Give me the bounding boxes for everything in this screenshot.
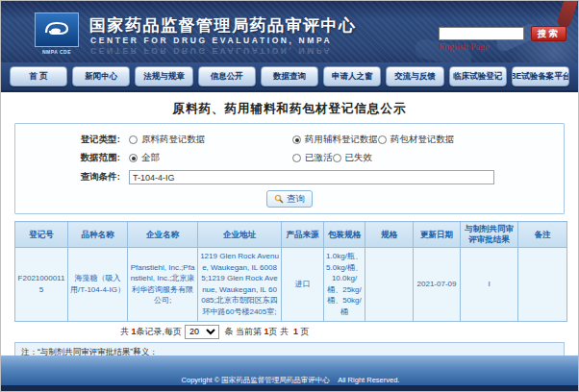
site-title: 国家药品监督管理局药品审评中心	[89, 14, 357, 37]
nav-tab-regulations[interactable]: 法规与规章	[135, 66, 192, 86]
radio-option-packaging[interactable]: 药包材登记数据	[378, 134, 455, 146]
pager-text: 条记录,每页	[137, 326, 183, 338]
reg-type-row: 登记类型: 原料药登记数据 药用辅料登记数据 药包材登记数据	[15, 134, 564, 146]
cell-joint-review-result: I	[461, 248, 518, 322]
nav-tab-clinical-trial[interactable]: 临床试验登记	[449, 66, 507, 86]
pager-text: 页	[298, 326, 310, 338]
query-submit-button[interactable]: 查询	[266, 190, 313, 208]
cell-packaging: 1.0kg/瓶、5.0kg/桶、10.0kg/桶、25kg/桶、50kg/桶	[324, 248, 365, 322]
col-header-company-address: 企业地址	[198, 222, 282, 248]
pager-text: 条 当前第	[222, 326, 264, 338]
data-scope-label: 数据范围:	[15, 152, 129, 164]
magnifier-icon	[274, 194, 284, 204]
footer-bottom-strip	[1, 385, 579, 391]
radio-option-active[interactable]: 已激活	[292, 152, 333, 164]
table-row: F20210000115 海藻糖（吸入用/T-104-4-IG） Pfansti…	[15, 248, 567, 322]
cell-company-address: 1219 Glen Rock Avenue, Waukegan, IL 6008…	[198, 248, 282, 322]
site-header: NMPA CDE 国家药品监督管理局药品审评中心 CENTER FOR DRUG…	[1, 1, 578, 62]
radio-option-all[interactable]: 全部	[129, 152, 292, 164]
col-header-product-name: 品种名称	[68, 222, 128, 248]
radio-label: 全部	[141, 152, 160, 164]
nmpa-cde-logo: NMPA CDE	[34, 12, 80, 55]
query-button-label: 查询	[287, 193, 305, 206]
col-header-remarks: 备注	[518, 222, 567, 248]
site-subtitle-reflection: CENTER FOR DRUG EVALUATION, NMPA	[90, 46, 332, 56]
cell-product-source: 进口	[282, 248, 324, 322]
page-size-select[interactable]: 20	[185, 325, 219, 339]
nav-tab-feedback[interactable]: 交流与反馈	[386, 66, 443, 86]
table-header-row: 登记号 品种名称 企业名称 企业地址 产品来源 包装规格 规格 更新日期 与制剂…	[15, 222, 567, 248]
radio-icon[interactable]	[378, 135, 387, 144]
reg-type-label: 登记类型:	[15, 134, 129, 146]
radio-option-excipient[interactable]: 药用辅料登记数据	[292, 134, 378, 146]
col-header-spec: 规格	[365, 222, 414, 248]
site-footer: Copyright © 国家药品监督管理局药品审评中心 All Right Re…	[1, 355, 579, 391]
english-page-link[interactable]: English Page	[439, 41, 490, 52]
nav-tab-home[interactable]: 首 页	[10, 66, 67, 86]
page: NMPA CDE 国家药品监督管理局药品审评中心 CENTER FOR DRUG…	[0, 0, 579, 392]
col-header-reg-no: 登记号	[15, 222, 68, 248]
query-form: 登记类型: 原料药登记数据 药用辅料登记数据 药包材登记数据 数据范围:	[14, 123, 565, 214]
cell-reg-no: F20210000115	[15, 248, 68, 322]
query-condition-row: 查询条件:	[15, 170, 564, 184]
col-header-update-date: 更新日期	[414, 222, 461, 248]
footer-text-band: Copyright © 国家药品监督管理局药品审评中心 All Right Re…	[1, 355, 579, 385]
nav-tab-news[interactable]: 新闻中心	[72, 66, 130, 86]
cell-remarks	[518, 248, 567, 322]
radio-label: 已激活	[305, 152, 333, 164]
cell-company-name: Pfanstiehl, Inc.;Pfanstiehl, Inc.;北京康利华咨…	[128, 248, 198, 322]
query-button-row: 查询	[15, 190, 564, 208]
logo-label: NMPA CDE	[34, 49, 80, 55]
cell-update-date: 2021-07-09	[414, 248, 461, 322]
nav-tab-applicant-window[interactable]: 申请人之窗	[323, 66, 381, 86]
radio-icon[interactable]	[129, 154, 138, 162]
footer-copyright: Copyright © 国家药品监督管理局药品审评中心 All Right Re…	[1, 376, 579, 385]
header-search-input[interactable]	[439, 27, 524, 40]
pagination-bar: 共 1条记录,每页20 条 当前第 1页 共 1 页	[14, 322, 565, 342]
nav-tab-data-query[interactable]: 数据查询	[261, 66, 318, 86]
data-scope-row: 数据范围: 全部 已激活 已失效	[15, 152, 564, 164]
content-area: 原料药、药用辅料和药包材登记信息公示 登记类型: 原料药登记数据 药用辅料登记数…	[1, 92, 578, 392]
site-subtitle-en: CENTER FOR DRUG EVALUATION, NMPA	[90, 36, 332, 45]
main-nav: 首 页 新闻中心 法规与规章 信息公开 数据查询 申请人之窗 交流与反馈 临床试…	[1, 62, 578, 92]
radio-label: 药用辅料登记数据	[305, 134, 378, 146]
query-condition-label: 查询条件:	[15, 171, 129, 184]
radio-icon[interactable]	[292, 135, 301, 144]
cell-spec	[365, 248, 414, 322]
cde-logo-icon	[35, 12, 79, 47]
col-header-product-source: 产品来源	[282, 222, 324, 248]
cell-product-name: 海藻糖（吸入用/T-104-4-IG）	[68, 248, 128, 322]
radio-label: 原料药登记数据	[141, 134, 206, 146]
col-header-joint-review-result: 与制剂共同审评审批结果	[461, 222, 518, 248]
header-search-button[interactable]: 搜索	[531, 26, 566, 41]
col-header-packaging: 包装规格	[324, 222, 365, 248]
page-title: 原料药、药用辅料和药包材登记信息公示	[14, 101, 565, 117]
radio-icon[interactable]	[129, 135, 138, 144]
col-header-company-name: 企业名称	[128, 222, 198, 248]
radio-label: 已失效	[345, 152, 373, 164]
nav-tab-info-disclosure[interactable]: 信息公开	[198, 66, 256, 86]
pager-text: 共	[120, 326, 132, 338]
nav-tab-be-platform[interactable]: BE试验备案平台	[512, 66, 569, 86]
radio-icon[interactable]	[333, 154, 341, 162]
results-table: 登记号 品种名称 企业名称 企业地址 产品来源 包装规格 规格 更新日期 与制剂…	[14, 221, 567, 322]
radio-option-expired[interactable]: 已失效	[333, 152, 373, 164]
pager-text: 页 共	[269, 326, 294, 338]
radio-icon[interactable]	[292, 154, 301, 162]
radio-option-raw-material[interactable]: 原料药登记数据	[129, 134, 292, 146]
radio-label: 药包材登记数据	[390, 134, 455, 146]
query-condition-input[interactable]	[129, 170, 494, 184]
